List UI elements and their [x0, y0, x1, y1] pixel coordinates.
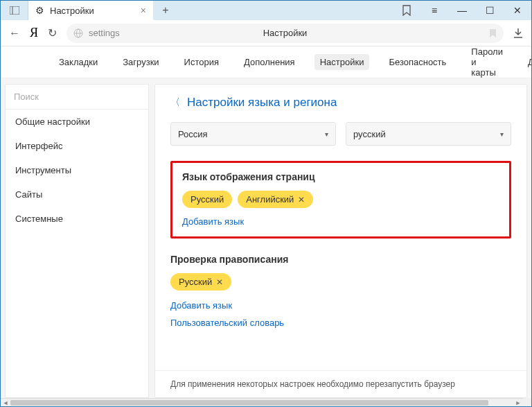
new-tab-button[interactable]: + — [153, 1, 178, 20]
sidebar-item-general[interactable]: Общие настройки — [6, 110, 148, 134]
horizontal-scrollbar[interactable]: ◄ ► — [1, 398, 523, 406]
downloads-button[interactable] — [513, 28, 523, 39]
topnav-bookmarks[interactable]: Закладки — [53, 54, 103, 70]
maximize-button[interactable]: ☐ — [476, 1, 504, 20]
sidebar-item-tools[interactable]: Инструменты — [6, 158, 148, 182]
scroll-left-button[interactable]: ◄ — [1, 399, 10, 406]
bookmark-icon[interactable] — [489, 28, 497, 38]
spell-chips: Русский ✕ — [170, 273, 511, 291]
panel-header[interactable]: 〈 Настройки языка и региона — [170, 96, 511, 110]
topnav-settings[interactable]: Настройки — [314, 54, 370, 70]
restart-notice: Для применения некоторых настроек необхо… — [155, 370, 526, 397]
yandex-logo[interactable]: Я — [30, 26, 38, 40]
chevron-down-icon: ▾ — [500, 130, 504, 138]
scroll-right-button[interactable]: ► — [513, 399, 523, 406]
toolbar: ← Я ↻ settings Настройки — [1, 20, 531, 46]
address-page-title: Настройки — [263, 28, 308, 38]
close-window-button[interactable]: ✕ — [504, 1, 531, 20]
browser-tab[interactable]: ⚙ Настройки × — [28, 1, 153, 20]
topnav-security[interactable]: Безопасность — [383, 54, 452, 70]
add-language-link[interactable]: Добавить язык — [182, 216, 499, 227]
settings-sidebar: Поиск Общие настройки Интерфейс Инструме… — [5, 84, 149, 398]
top-nav: Закладки Загрузки История Дополнения Нас… — [1, 46, 531, 78]
chip-remove-icon[interactable]: ✕ — [298, 195, 305, 205]
chip-label: Русский — [190, 194, 224, 205]
spell-chip-russian[interactable]: Русский ✕ — [170, 273, 231, 291]
sidebar-search[interactable]: Поиск — [6, 85, 148, 110]
topnav-passwords[interactable]: Пароли и карты — [466, 44, 508, 80]
chip-label: Русский — [179, 277, 212, 287]
scroll-corner — [523, 398, 531, 406]
content-area: Поиск Общие настройки Интерфейс Инструме… — [1, 78, 531, 398]
language-select[interactable]: русский ▾ — [346, 122, 511, 146]
topnav-other[interactable]: Други — [522, 54, 532, 70]
minimize-button[interactable]: — — [448, 1, 476, 20]
reload-button[interactable]: ↻ — [48, 26, 57, 40]
sidebar-item-system[interactable]: Системные — [6, 207, 148, 231]
chip-label: Английский — [246, 194, 294, 205]
topnav-downloads[interactable]: Загрузки — [117, 54, 164, 70]
language-value: русский — [353, 129, 386, 139]
lang-chip-russian[interactable]: Русский — [182, 191, 232, 208]
gear-icon: ⚙ — [35, 5, 44, 16]
panel-toggle-button[interactable] — [1, 1, 28, 20]
region-select[interactable]: Россия ▾ — [170, 122, 336, 146]
region-value: Россия — [178, 129, 208, 139]
svg-rect-0 — [10, 6, 19, 15]
address-text: settings — [89, 28, 120, 38]
spell-add-language-link[interactable]: Добавить язык — [170, 300, 511, 311]
user-dictionary-link[interactable]: Пользовательский словарь — [170, 318, 511, 328]
page-lang-title: Язык отображения страниц — [182, 171, 499, 182]
back-button[interactable]: ← — [9, 27, 20, 40]
sidebar-item-interface[interactable]: Интерфейс — [6, 134, 148, 158]
sidebar-item-sites[interactable]: Сайты — [6, 182, 148, 207]
globe-icon — [73, 28, 83, 38]
spellcheck-section: Проверка правописания Русский ✕ Добавить… — [170, 254, 511, 328]
region-language-selects: Россия ▾ русский ▾ — [170, 122, 511, 146]
menu-button[interactable]: ≡ — [420, 1, 448, 20]
titlebar: ⚙ Настройки × + ≡ — ☐ ✕ — [1, 1, 531, 20]
lang-chip-english[interactable]: Английский ✕ — [238, 191, 313, 208]
panel-title: Настройки языка и региона — [187, 96, 337, 110]
chip-remove-icon[interactable]: ✕ — [216, 277, 223, 287]
topnav-history[interactable]: История — [179, 54, 224, 70]
main-panel: 〈 Настройки языка и региона Россия ▾ рус… — [154, 84, 527, 398]
topnav-addons[interactable]: Дополнения — [238, 54, 301, 70]
spell-title: Проверка правописания — [170, 254, 511, 265]
bookmarks-button[interactable] — [393, 1, 420, 20]
window-controls: ≡ — ☐ ✕ — [393, 1, 531, 20]
scroll-thumb[interactable] — [10, 400, 488, 406]
tab-close-button[interactable]: × — [141, 5, 146, 16]
page-lang-chips: Русский Английский ✕ — [182, 191, 499, 208]
scroll-track[interactable] — [10, 399, 513, 406]
chevron-down-icon: ▾ — [325, 130, 328, 138]
chevron-left-icon: 〈 — [170, 96, 180, 109]
address-bar[interactable]: settings Настройки — [66, 24, 504, 43]
tab-title: Настройки — [50, 6, 94, 16]
page-language-section: Язык отображения страниц Русский Английс… — [170, 161, 511, 239]
